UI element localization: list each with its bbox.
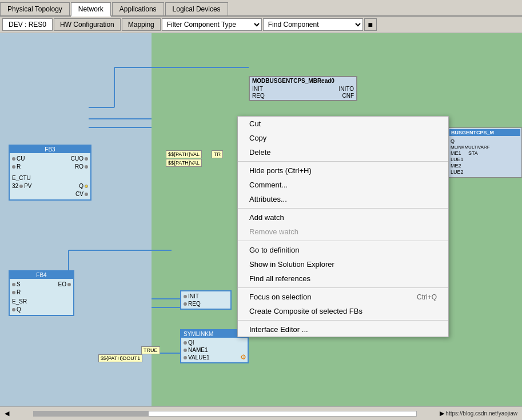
fb4-port-q: Q: [12, 306, 27, 313]
req-port: REQ: [184, 301, 228, 307]
fb3-q-dot: [85, 185, 88, 188]
rp-q: Q: [451, 138, 519, 144]
symlink-qi-dot: [184, 341, 187, 345]
symlink-icon: ⚙: [240, 353, 246, 361]
right-panel-title: BUSGENTCPS_M: [449, 129, 520, 136]
separator-1: [238, 161, 448, 162]
rp-mlink: MLINKMULTIVARF: [451, 145, 519, 150]
fb4-port-r: R: [12, 289, 27, 295]
fb3-cuo-dot: [85, 157, 88, 161]
fb4-port-s: S: [12, 281, 27, 287]
symlink-value1: VALUE1: [184, 354, 245, 361]
fb4-s-dot: [12, 283, 15, 286]
fb3-port-pv: 32 PV: [12, 183, 31, 189]
menu-cut[interactable]: Cut: [238, 117, 448, 131]
menu-go-to-def[interactable]: Go to definition: [238, 243, 448, 257]
menu-create-composite[interactable]: Create Composite of selected FBs: [238, 304, 448, 318]
fb3-r-dot: [12, 165, 15, 169]
menu-delete[interactable]: Delete: [238, 145, 448, 159]
menu-attributes[interactable]: Attributes...: [238, 192, 448, 206]
fb3-port-cv: CV: [75, 191, 88, 197]
filter-type-select[interactable]: Filter Component Type: [162, 18, 262, 31]
val2-block: $${PATH}VAL: [166, 159, 202, 167]
init-req-body: INIT REQ: [181, 291, 230, 309]
menu-find-refs[interactable]: Find all references: [238, 271, 448, 286]
toolbar: DEV : RES0 HW Configuration Mapping Filt…: [0, 17, 522, 33]
fb3-ro-dot: [85, 165, 88, 169]
separator-2: [238, 208, 448, 209]
init-req-block: INIT REQ: [180, 290, 232, 310]
modbus-outputs: INITO CNF: [339, 86, 354, 99]
menu-focus[interactable]: Focus on selection Ctrl+Q: [238, 290, 448, 304]
right-panel-block: BUSGENTCPS_M Q MLINKMULTIVARF ME1 STA LU…: [448, 127, 522, 178]
fb4-port-eo: EO: [58, 281, 71, 287]
fb3-pv-dot: [19, 185, 23, 188]
fb4-eo-dot: [67, 283, 71, 286]
fb4-esr-label: E_SR: [12, 298, 27, 305]
fb4-q-dot: [12, 308, 15, 311]
maximize-icon[interactable]: ■: [364, 18, 377, 31]
symlink-qi: QI: [184, 339, 245, 346]
statusbar-url: https://blog.csdn.net/yaojiaw: [445, 410, 517, 417]
fb3-port-q: Q: [79, 183, 88, 189]
init-port: INIT: [184, 293, 228, 299]
rp-lue1: LUE1: [451, 157, 519, 162]
canvas-area: FB3 CU R E_CTU 32 PV: [0, 33, 522, 406]
menu-remove-watch: Remove watch: [238, 225, 448, 239]
fb3-port-r: R: [12, 163, 31, 170]
symlink-name1: NAME1: [184, 347, 245, 353]
rp-me1: ME1 STA: [451, 150, 519, 156]
tab-network[interactable]: Network: [71, 2, 111, 17]
menu-hide-ports[interactable]: Hide ports (Ctrl+H): [238, 163, 448, 178]
hw-config-button[interactable]: HW Configuration: [54, 18, 121, 31]
modbus-inputs: INIT REQ: [252, 86, 265, 99]
tr-block: TR: [212, 150, 223, 158]
symlink-value1-dot: [184, 356, 187, 359]
fb3-port-cu: CU: [12, 155, 31, 162]
statusbar: ◀ ▶ https://blog.csdn.net/yaojiaw: [0, 406, 522, 420]
fb3-title: FB3: [10, 146, 90, 153]
mapping-button[interactable]: Mapping: [122, 18, 161, 31]
fb3-ectu-label: E_CTU: [12, 175, 31, 181]
separator-4: [238, 287, 448, 288]
fb4-block: FB4 S R E_SR Q EO: [9, 270, 74, 316]
fb3-cu-dot: [12, 157, 15, 161]
dout-block: $${PATH}DOUT1: [98, 354, 142, 362]
separator-5: [238, 320, 448, 321]
fb3-port-cuo: CUO: [71, 155, 88, 162]
tab-logical[interactable]: Logical Devices: [165, 2, 228, 15]
left-panel-area: [0, 33, 152, 406]
req-dot: [184, 302, 187, 306]
tab-applications[interactable]: Applications: [112, 2, 164, 15]
fb3-port-ro: RO: [75, 163, 88, 170]
tab-bar: Physical Topology Network Applications L…: [0, 0, 522, 17]
statusbar-scrollbar[interactable]: [33, 411, 417, 417]
modbus-body: INIT REQ INITO CNF: [250, 85, 356, 100]
scroll-thumb: [34, 411, 149, 416]
menu-interface-editor[interactable]: Interface Editor ...: [238, 322, 448, 337]
init-dot: [184, 295, 187, 298]
rp-lue2: LUE2: [451, 169, 519, 175]
tab-physical[interactable]: Physical Topology: [0, 2, 70, 15]
menu-add-watch[interactable]: Add watch: [238, 210, 448, 225]
fb3-spacer: [86, 175, 88, 181]
focus-shortcut: Ctrl+Q: [417, 293, 437, 301]
statusbar-left-arrow[interactable]: ◀: [5, 410, 10, 417]
fb3-cv-dot: [85, 193, 88, 196]
fb4-r-dot: [12, 291, 15, 294]
menu-comment[interactable]: Comment...: [238, 178, 448, 192]
rp-me2: ME2: [451, 163, 519, 169]
right-panel-body: Q MLINKMULTIVARF ME1 STA LUE1 ME2 LUE2: [449, 137, 520, 176]
modbus-block: MODBUSGENTCPS_MBRead0 INIT REQ INITO CNF: [249, 76, 357, 101]
dev-button[interactable]: DEV : RES0: [2, 18, 53, 31]
find-component-select[interactable]: Find Component: [263, 18, 363, 31]
symlink-body: QI NAME1 VALUE1: [181, 338, 248, 362]
separator-3: [238, 241, 448, 241]
context-menu: Cut Copy Delete Hide ports (Ctrl+H) Comm…: [237, 116, 449, 337]
fb4-title: FB4: [10, 271, 73, 279]
symlink-name1-dot: [184, 349, 187, 352]
statusbar-right-arrow[interactable]: ▶: [440, 410, 445, 417]
menu-show-solution[interactable]: Show in Solution Explorer: [238, 257, 448, 271]
menu-copy[interactable]: Copy: [238, 131, 448, 145]
fb3-block: FB3 CU R E_CTU 32 PV: [9, 145, 91, 201]
